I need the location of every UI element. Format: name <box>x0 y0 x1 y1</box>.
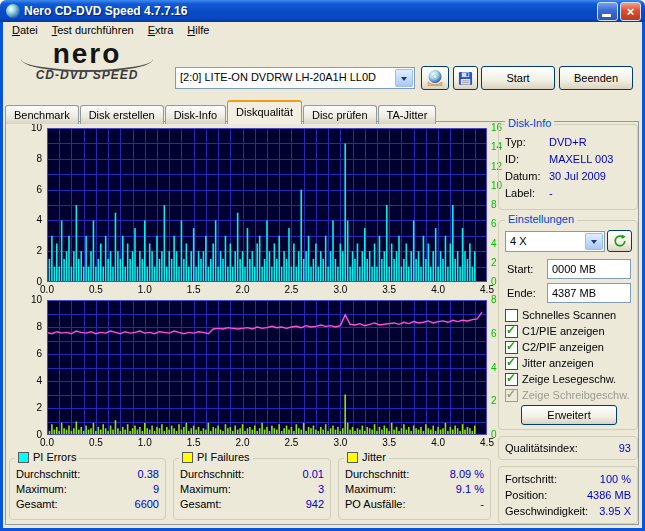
tab-benchmark[interactable]: Benchmark <box>5 105 79 124</box>
titlebar[interactable]: Nero CD-DVD Speed 4.7.7.16 × <box>0 0 645 22</box>
axis-tick-label: 4.0 <box>431 437 445 449</box>
stat-label: Gesamt: <box>180 497 222 512</box>
refresh-icon <box>613 234 627 248</box>
axis-tick-label: 3.5 <box>382 284 396 296</box>
axis-tick-label: 1.5 <box>187 284 201 296</box>
end-field[interactable]: 4387 MB <box>547 283 631 303</box>
tab-disc-pr-fen[interactable]: Disc prüfen <box>303 105 377 124</box>
axis-tick-label: 2.5 <box>284 437 298 449</box>
stat-box-title: PI Failures <box>197 451 250 463</box>
menu-datei[interactable]: Datei <box>5 22 45 38</box>
progress-row-position: Position:4386 MB <box>499 487 637 503</box>
axis-tick-label: 0 <box>491 276 497 288</box>
disk-info-group: Disk-Info Typ:DVD+RID:MAXELL 003Datum:30… <box>498 124 638 210</box>
stat-box-rows: Durchschnitt:8.09 %Maximum:9.1 %PO Ausfä… <box>339 459 490 512</box>
stat-box-title: PI Errors <box>33 451 76 463</box>
toolbar: nero CD-DVD SPEED [2:0] LITE-ON DVDRW LH… <box>3 40 642 100</box>
stat-label: Gesamt: <box>16 497 58 512</box>
tab-disk-info[interactable]: Disk-Info <box>165 105 226 124</box>
speed-select[interactable]: 4 X <box>505 231 605 252</box>
chevron-down-icon[interactable] <box>395 69 413 87</box>
axis-tick-label: 2 <box>6 402 42 414</box>
axis-tick-label: 3.0 <box>333 437 347 449</box>
axis-tick-label: 3.5 <box>382 437 396 449</box>
save-icon <box>458 71 473 86</box>
axis-tick-label: 4 <box>6 375 42 387</box>
axis-tick-label: 2 <box>491 395 497 407</box>
checkbox-label: Zeige Lesegeschw. <box>522 373 616 385</box>
axis-tick-label: 8 <box>6 153 42 165</box>
stat-value: 9 <box>153 482 159 497</box>
refresh-speed-button[interactable] <box>607 230 632 252</box>
axis-tick-label: 2.0 <box>236 437 250 449</box>
progress-group: Fortschritt:100 %Position:4386 MBGeschwi… <box>498 466 638 524</box>
checkbox-c1-pie-anzeigen[interactable] <box>505 325 518 338</box>
disk-info-label: Label: <box>505 185 549 202</box>
axis-tick-label: 1.0 <box>138 437 152 449</box>
disc-hand-icon <box>425 69 445 87</box>
quality-index-group: Qualitätsindex: 93 <box>498 436 638 460</box>
settings-caption: Einstellungen <box>505 213 577 225</box>
close-icon: × <box>627 5 635 18</box>
axis-tick-label: 4.0 <box>431 284 445 296</box>
checkbox-jitter-anzeigen[interactable] <box>505 357 518 370</box>
axis-tick-label: 8 <box>491 199 497 211</box>
save-button[interactable] <box>453 66 478 90</box>
axis-tick-label: 10 <box>6 294 42 306</box>
checkbox-row-schnelles-scannen: Schnelles Scannen <box>505 307 635 323</box>
stat-value: 8.09 % <box>450 467 484 482</box>
stat-value: 942 <box>306 497 324 512</box>
chevron-down-icon[interactable] <box>585 233 603 250</box>
drive-select[interactable]: [2:0] LITE-ON DVDRW LH-20A1H LL0D <box>175 67 415 89</box>
stat-row-maximum: Maximum:9.1 % <box>339 482 490 497</box>
close-button[interactable]: × <box>620 2 641 21</box>
stat-label: PO Ausfälle: <box>345 497 406 512</box>
stat-value: 9.1 % <box>456 482 484 497</box>
eject-disc-button[interactable] <box>421 66 449 90</box>
checkbox-row-zeige-lesegeschw: Zeige Lesegeschw. <box>505 371 635 387</box>
stat-box-caption: PI Failures <box>179 451 253 463</box>
beenden-button[interactable]: Beenden <box>559 66 633 90</box>
axis-tick-label: 1.0 <box>138 284 152 296</box>
stat-value: 0.38 <box>138 467 159 482</box>
axis-tick-label: 8 <box>491 294 497 306</box>
disk-info-label: ID: <box>505 151 549 168</box>
stat-label: Maximum: <box>16 482 67 497</box>
tab-ta-jitter[interactable]: TA-Jitter <box>378 105 437 124</box>
quality-index-label: Qualitätsindex: <box>505 437 578 459</box>
menu-hilfe[interactable]: Hilfe <box>180 22 216 38</box>
progress-row-fortschritt: Fortschritt:100 % <box>499 471 637 487</box>
stat-row-durchschnitt: Durchschnitt:0.38 <box>10 467 165 482</box>
start-field[interactable]: 0000 MB <box>547 259 631 279</box>
start-button[interactable]: Start <box>481 66 555 90</box>
checkbox-c2-pif-anzeigen[interactable] <box>505 341 518 354</box>
stat-value: 0.01 <box>303 467 324 482</box>
tab-bar: BenchmarkDisk erstellenDisk-InfoDiskqual… <box>5 100 639 122</box>
checkbox-schnelles-scannen[interactable] <box>505 309 518 322</box>
stat-row-durchschnitt: Durchschnitt:8.09 % <box>339 467 490 482</box>
checkbox-zeige-lesegeschw[interactable] <box>505 373 518 386</box>
quality-index-value: 93 <box>619 437 631 459</box>
menu-test-durchf-hren[interactable]: Test durchführen <box>45 22 141 38</box>
app-icon <box>6 4 20 18</box>
tab-diskqualit-t[interactable]: Diskqualität <box>227 100 302 124</box>
stat-label: Durchschnitt: <box>345 467 409 482</box>
progress-value: 3.95 X <box>599 503 631 519</box>
stat-box-pi-errors: PI ErrorsDurchschnitt:0.38Maximum:9Gesam… <box>9 458 166 520</box>
pi-errors-chart <box>47 128 487 282</box>
axis-tick-label: 0.0 <box>40 437 54 449</box>
menu-extra[interactable]: Extra <box>141 22 181 38</box>
stat-row-po-ausf-lle: PO Ausfälle:- <box>339 497 490 512</box>
checkbox-zeige-schreibgeschw <box>505 389 518 402</box>
legend-swatch-pi-failures <box>182 452 193 463</box>
axis-tick-label: 2 <box>6 245 42 257</box>
erweitert-button[interactable]: Erweitert <box>521 405 617 425</box>
stat-box-pi-failures: PI FailuresDurchschnitt:0.01Maximum:3Ges… <box>173 458 331 520</box>
legend-swatch-pi-errors <box>18 452 29 463</box>
progress-row-geschwindigkeit: Geschwindigkeit:3.95 X <box>499 503 637 519</box>
tab-disk-erstellen[interactable]: Disk erstellen <box>80 105 164 124</box>
axis-tick-label: 2 <box>491 257 497 269</box>
checkbox-label: C2/PIF anzeigen <box>522 341 604 353</box>
minimize-button[interactable] <box>597 2 618 21</box>
progress-label: Position: <box>505 487 547 503</box>
